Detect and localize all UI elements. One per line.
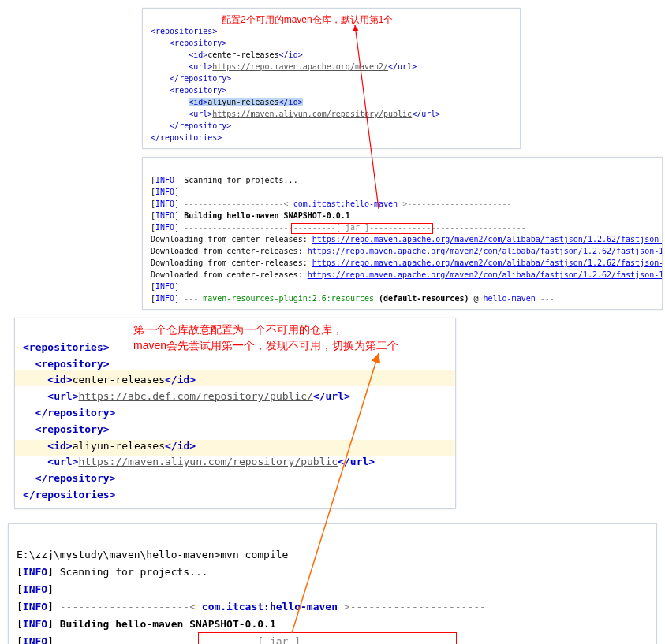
build-log-2: E:\zzj\mystudy\maven\hello-maven>mvn com… bbox=[9, 524, 656, 644]
build-log-panel-2: E:\zzj\mystudy\maven\hello-maven>mvn com… bbox=[8, 523, 657, 644]
build-log-1: [INFO] Scanning for projects... [INFO] [… bbox=[143, 158, 662, 309]
xml-code-1: <repositories> <repository> <id>center-r… bbox=[143, 9, 520, 148]
build-log-panel-1: [INFO] Scanning for projects... [INFO] [… bbox=[142, 157, 663, 310]
xml-code-2: <repositories> <repository> <id>center-r… bbox=[15, 318, 455, 508]
xml-config-panel-2: 第一个仓库故意配置为一个不可用的仓库， maven会先尝试用第一个，发现不可用，… bbox=[14, 318, 456, 509]
xml-config-panel-1: 配置2个可用的maven仓库，默认用第1个 <repositories> <re… bbox=[142, 8, 521, 149]
